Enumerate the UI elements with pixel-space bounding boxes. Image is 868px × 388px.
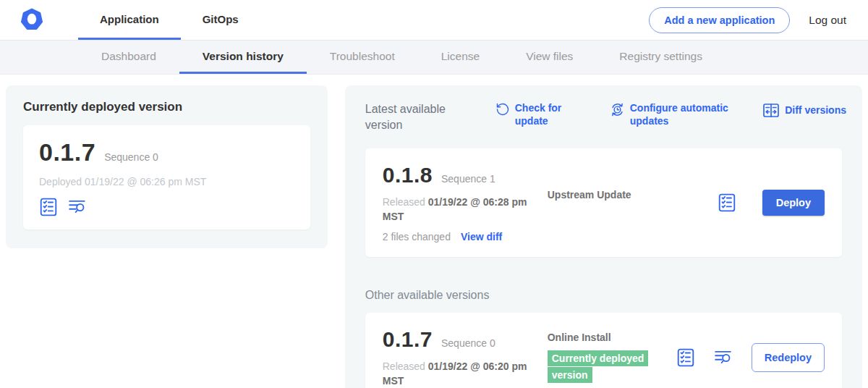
- other-version-card: 0.1.7 Sequence 0 Released 01/19/22 @ 06:…: [365, 313, 842, 388]
- refresh-icon: [495, 102, 510, 117]
- tab-gitops[interactable]: GitOps: [181, 0, 260, 40]
- diff-versions-icon: [762, 102, 780, 119]
- latest-sequence-label: Sequence 1: [441, 173, 495, 185]
- logout-link[interactable]: Log out: [809, 14, 846, 27]
- deploy-button[interactable]: Deploy: [762, 190, 825, 216]
- latest-version-source: Upstream Update: [548, 163, 718, 242]
- currently-deployed-title: Currently deployed version: [23, 100, 310, 114]
- subnav-tab-view-files[interactable]: View files: [503, 41, 596, 74]
- latest-version-card: 0.1.8 Sequence 1 Released 01/19/22 @ 06:…: [365, 148, 842, 257]
- currently-deployed-badge: Currently deployed version: [548, 350, 649, 383]
- currently-deployed-panel: Currently deployed version 0.1.7 Sequenc…: [6, 85, 328, 248]
- main-content: Currently deployed version 0.1.7 Sequenc…: [0, 75, 868, 388]
- other-available-versions-title: Other available versions: [365, 289, 851, 302]
- redeploy-button[interactable]: Redeploy: [752, 343, 825, 372]
- configure-automatic-updates-label: Configure automatic updates: [630, 101, 741, 127]
- topnav-right: Add a new application Log out: [649, 7, 868, 33]
- deploy-logs-icon[interactable]: [714, 348, 733, 367]
- other-sequence-label: Sequence 0: [441, 337, 495, 349]
- check-for-update-label: Check for update: [515, 101, 572, 127]
- subnav-tab-license[interactable]: License: [418, 41, 503, 74]
- configure-automatic-updates-button[interactable]: Configure automatic updates: [610, 101, 741, 127]
- deploy-logs-icon[interactable]: [68, 198, 87, 216]
- preflight-checklist-icon[interactable]: [676, 348, 695, 367]
- latest-released-text: Released 01/19/22 @ 06:28 pm MST: [383, 195, 531, 224]
- available-versions-header: Latest available version Check for updat…: [357, 97, 851, 132]
- other-version-source: Online Install: [548, 332, 676, 343]
- deployed-version-card: 0.1.7 Sequence 0 Deployed 01/19/22 @ 06:…: [23, 125, 310, 229]
- subnav-tab-dashboard[interactable]: Dashboard: [78, 41, 179, 74]
- latest-available-title: Latest available version: [365, 101, 467, 132]
- preflight-checklist-icon[interactable]: [39, 198, 58, 216]
- latest-version-number: 0.1.8: [383, 163, 433, 187]
- diff-versions-button[interactable]: Diff versions: [762, 101, 846, 119]
- check-for-update-button[interactable]: Check for update: [495, 101, 572, 127]
- app-subnav: Dashboard Version history Troubleshoot L…: [0, 41, 868, 75]
- preflight-checklist-icon[interactable]: [718, 193, 736, 212]
- subnav-tab-version-history[interactable]: Version history: [179, 41, 307, 74]
- subnav-tab-registry-settings[interactable]: Registry settings: [596, 41, 726, 74]
- other-version-number: 0.1.7: [383, 327, 433, 352]
- deployed-version-number: 0.1.7: [39, 138, 95, 166]
- available-versions-panel: Latest available version Check for updat…: [345, 85, 862, 388]
- subnav-tab-troubleshoot[interactable]: Troubleshoot: [307, 41, 418, 74]
- deployed-sequence-label: Sequence 0: [104, 151, 158, 163]
- app-logo-icon: [19, 7, 45, 33]
- clock-refresh-icon: [610, 102, 625, 117]
- topnav-tabs: Application GitOps: [78, 0, 260, 40]
- tab-application[interactable]: Application: [78, 0, 181, 40]
- top-nav: Application GitOps Add a new application…: [0, 0, 868, 41]
- diff-versions-label: Diff versions: [785, 104, 846, 117]
- view-diff-link[interactable]: View diff: [461, 231, 502, 242]
- deployed-date-text: Deployed 01/19/22 @ 06:26 pm MST: [39, 176, 294, 187]
- files-changed-text: 2 files changed: [383, 231, 451, 242]
- other-released-text: Released 01/19/22 @ 06:20 pm MST: [383, 359, 531, 388]
- add-new-application-button[interactable]: Add a new application: [649, 7, 790, 33]
